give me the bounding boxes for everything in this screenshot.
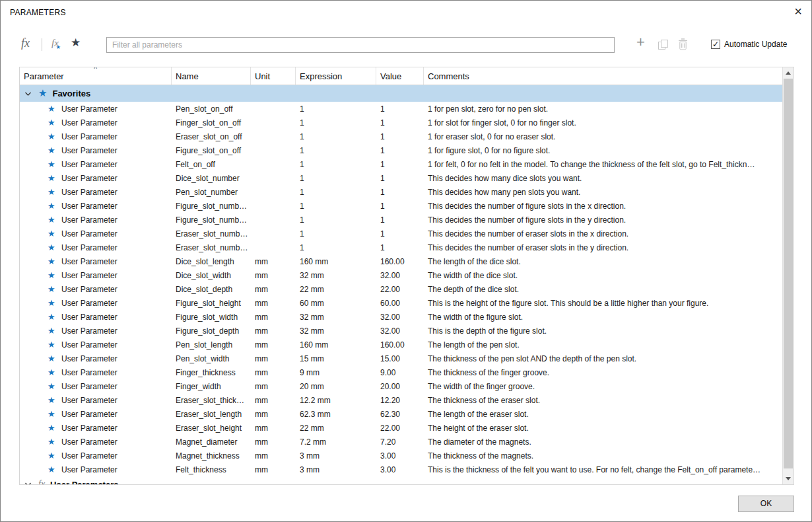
parameter-name[interactable]: Pen_slot_on_off: [172, 104, 251, 114]
parameter-expression[interactable]: 15 mm: [296, 354, 376, 363]
favorite-star-icon[interactable]: ★: [48, 437, 57, 446]
table-row[interactable]: ★ User Parameter Dice_slot_width mm 32 m…: [20, 268, 782, 282]
table-row[interactable]: ★ User Parameter Eraser_slot_height mm 2…: [20, 421, 782, 435]
parameter-expression[interactable]: 1: [296, 188, 376, 197]
favorite-star-icon[interactable]: ★: [48, 229, 57, 238]
table-row[interactable]: ★ User Parameter Figure_slot_depth mm 32…: [20, 324, 782, 338]
parameter-expression[interactable]: 1: [296, 118, 376, 128]
parameter-name[interactable]: Finger_thickness: [172, 368, 251, 377]
favorite-star-icon[interactable]: ★: [48, 354, 57, 363]
automatic-update-checkbox[interactable]: ✓: [711, 40, 720, 49]
automatic-update-toggle[interactable]: ✓ Automatic Update: [711, 40, 787, 49]
scroll-down-arrow[interactable]: [783, 473, 794, 484]
delete-parameter-icon[interactable]: [678, 38, 688, 53]
parameter-expression[interactable]: 3 mm: [296, 451, 376, 461]
parameter-name[interactable]: Dice_slot_length: [172, 257, 251, 266]
favorite-star-icon[interactable]: ★: [48, 368, 57, 377]
favorite-star-icon[interactable]: ★: [48, 465, 57, 474]
parameter-comments[interactable]: This decides how many pen slots you want…: [424, 188, 782, 197]
parameter-comments[interactable]: 1 for eraser slot, 0 for no eraser slot.: [424, 132, 782, 141]
table-row[interactable]: ★ User Parameter Felt_thickness mm 3 mm …: [20, 463, 782, 476]
favorite-star-icon[interactable]: ★: [48, 271, 57, 280]
parameter-expression[interactable]: 1: [296, 215, 376, 225]
parameter-name[interactable]: Figure_slot_height: [172, 299, 251, 308]
parameter-expression[interactable]: 7.2 mm: [296, 437, 376, 447]
favorite-star-icon[interactable]: ★: [48, 424, 57, 432]
parameter-comments[interactable]: 1 for figure slot, 0 for no figure slot.: [424, 146, 782, 155]
parameter-name[interactable]: Figure_slot_width: [172, 313, 251, 322]
parameter-name[interactable]: Pen_slot_width: [172, 354, 251, 363]
table-row[interactable]: ★ User Parameter Magnet_thickness mm 3 m…: [20, 449, 782, 463]
table-row[interactable]: ★ User Parameter Figure_slot_width mm 32…: [20, 310, 782, 324]
parameter-comments[interactable]: This is the height of the figure slot. T…: [424, 299, 782, 308]
table-row[interactable]: ★ User Parameter Eraser_slot_length mm 6…: [20, 407, 782, 421]
parameter-name[interactable]: Eraser_slot_thick…: [172, 396, 251, 405]
parameter-expression[interactable]: 1: [296, 202, 376, 211]
parameter-expression[interactable]: 22 mm: [296, 285, 376, 294]
table-row[interactable]: ★ User Parameter Felt_on_off 1 1 1 for f…: [20, 157, 782, 171]
parameter-comments[interactable]: This decides the number of figure slots …: [424, 202, 782, 211]
favorite-star-icon[interactable]: ★: [48, 104, 57, 113]
parameter-comments[interactable]: 1 for felt, 0 for no felt in the model. …: [424, 160, 782, 169]
parameter-expression[interactable]: 1: [296, 229, 376, 239]
parameter-name[interactable]: Figure_slot_on_off: [172, 146, 251, 155]
favorite-star-icon[interactable]: ★: [48, 326, 57, 335]
table-row[interactable]: ★ User Parameter Dice_slot_length mm 160…: [20, 254, 782, 268]
parameter-name[interactable]: Pen_slot_length: [172, 340, 251, 350]
copy-parameter-icon[interactable]: [658, 39, 669, 53]
parameter-name[interactable]: Figure_slot_numb…: [172, 215, 251, 225]
table-row[interactable]: ★ User Parameter Finger_width mm 20 mm 2…: [20, 379, 782, 393]
column-header-parameter[interactable]: ^ Parameter: [20, 67, 172, 85]
table-row[interactable]: ★ User Parameter Eraser_slot_numb… 1 1 T…: [20, 227, 782, 241]
parameter-name[interactable]: Magnet_diameter: [172, 437, 251, 447]
parameter-comments[interactable]: The height of the eraser slot.: [424, 424, 782, 433]
parameter-comments[interactable]: The width of the finger groove.: [424, 382, 782, 391]
scroll-up-arrow[interactable]: [783, 67, 794, 79]
column-header-unit[interactable]: Unit: [251, 67, 296, 85]
parameter-expression[interactable]: 9 mm: [296, 368, 376, 377]
parameter-expression[interactable]: 160 mm: [296, 340, 376, 350]
favorites-filter-star-icon[interactable]: ★: [71, 36, 81, 49]
parameter-name[interactable]: Finger_width: [172, 382, 251, 391]
favorite-star-icon[interactable]: ★: [48, 299, 57, 307]
parameter-expression[interactable]: 1: [296, 104, 376, 114]
parameter-expression[interactable]: 60 mm: [296, 299, 376, 308]
parameter-name[interactable]: Figure_slot_depth: [172, 326, 251, 336]
favorite-star-icon[interactable]: ★: [48, 313, 57, 321]
parameter-expression[interactable]: 3 mm: [296, 465, 376, 474]
ok-button[interactable]: OK: [738, 496, 794, 512]
favorite-star-icon[interactable]: ★: [48, 146, 57, 155]
fx-parameter-icon[interactable]: fx: [21, 36, 30, 50]
parameter-comments[interactable]: This is the depth of the figure slot.: [424, 326, 782, 336]
parameter-name[interactable]: Eraser_slot_numb…: [172, 229, 251, 239]
favorite-star-icon[interactable]: ★: [48, 451, 57, 460]
parameter-comments[interactable]: The thickness of the finger groove.: [424, 368, 782, 377]
table-row[interactable]: ★ User Parameter Figure_slot_numb… 1 1 T…: [20, 213, 782, 227]
table-row[interactable]: ★ User Parameter Pen_slot_number 1 1 Thi…: [20, 185, 782, 199]
favorite-star-icon[interactable]: ★: [48, 340, 57, 349]
fx-user-parameter-icon[interactable]: fx★: [51, 38, 59, 49]
chevron-down-icon[interactable]: [24, 482, 32, 484]
table-row[interactable]: ★ User Parameter Dice_slot_number 1 1 Th…: [20, 171, 782, 185]
parameter-expression[interactable]: 1: [296, 146, 376, 155]
table-row[interactable]: ★ User Parameter Figure_slot_on_off 1 1 …: [20, 143, 782, 157]
column-header-name[interactable]: Name: [172, 67, 251, 85]
parameter-name[interactable]: Pen_slot_number: [172, 188, 251, 197]
table-row[interactable]: ★ User Parameter Magnet_diameter mm 7.2 …: [20, 435, 782, 449]
parameter-name[interactable]: Eraser_slot_length: [172, 410, 251, 419]
parameter-comments[interactable]: This decides how many dice slots you wan…: [424, 174, 782, 183]
parameter-name[interactable]: Finger_slot_on_off: [172, 118, 251, 128]
parameter-expression[interactable]: 12.2 mm: [296, 396, 376, 405]
parameter-comments[interactable]: The length of the pen slot.: [424, 340, 782, 350]
parameter-comments[interactable]: The width of the figure slot.: [424, 313, 782, 322]
favorite-star-icon[interactable]: ★: [48, 132, 57, 141]
parameter-comments[interactable]: The thickness of the magnets.: [424, 451, 782, 461]
favorite-star-icon[interactable]: ★: [48, 243, 57, 252]
favorite-star-icon[interactable]: ★: [48, 188, 57, 196]
parameter-comments[interactable]: The depth of the dice slot.: [424, 285, 782, 294]
parameter-name[interactable]: Eraser_slot_height: [172, 424, 251, 433]
scrollbar-thumb[interactable]: [784, 79, 793, 468]
parameter-expression[interactable]: 1: [296, 132, 376, 141]
table-row[interactable]: ★ User Parameter Dice_slot_depth mm 22 m…: [20, 282, 782, 296]
parameter-name[interactable]: Dice_slot_depth: [172, 285, 251, 294]
